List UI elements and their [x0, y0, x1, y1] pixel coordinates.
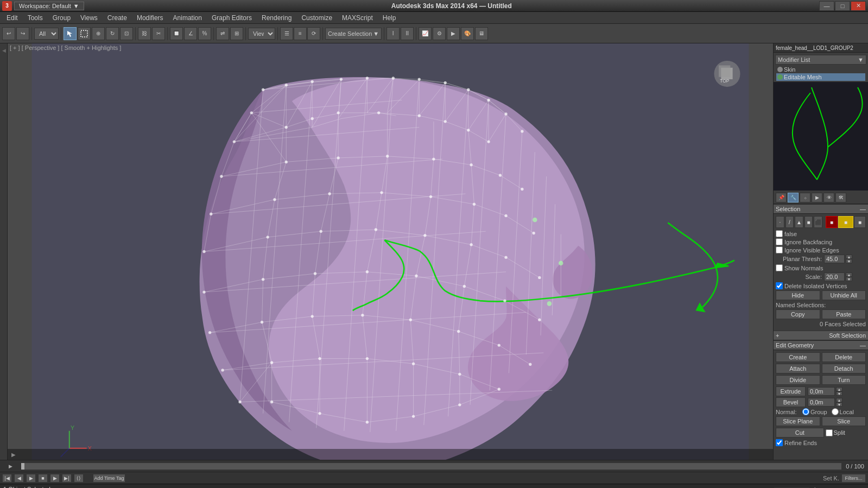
toolbar-quick-render[interactable]: 🖥	[475, 27, 488, 40]
refine-ends-check[interactable]: Refine Ends	[776, 439, 866, 446]
toolbar-scale[interactable]: ⊡	[120, 27, 133, 40]
sel-edge-btn[interactable]: /	[785, 216, 794, 228]
scale-down[interactable]: ▼	[846, 277, 852, 281]
normal-group-radio[interactable]	[802, 408, 809, 415]
rp-section-selection-header[interactable]: Selection —	[774, 204, 868, 214]
stop-btn[interactable]: ■	[38, 474, 48, 483]
toolbar-mirror[interactable]: ⇌	[216, 27, 229, 40]
play-btn[interactable]: ▶	[26, 474, 36, 483]
by-vertex-check[interactable]: false	[776, 230, 866, 237]
unhide-all-button[interactable]: Unhide All	[822, 290, 866, 300]
menu-edit[interactable]: Edit	[2, 13, 22, 23]
toolbar-rotate[interactable]: ↻	[106, 27, 119, 40]
ignore-backfacing-checkbox[interactable]	[776, 238, 783, 245]
sel-polygon-btn[interactable]: ■	[804, 216, 813, 228]
scale-up[interactable]: ▲	[846, 272, 852, 277]
normal-group-label[interactable]: Group	[802, 408, 827, 415]
toolbar-angle-snap[interactable]: ∠	[184, 27, 197, 40]
sel-face-btn[interactable]: ▲	[795, 216, 803, 228]
minimize-button[interactable]: —	[819, 1, 834, 11]
scale-input[interactable]	[824, 272, 845, 281]
ignore-visible-edges-checkbox[interactable]	[776, 246, 783, 253]
key-mode-btn[interactable]: ⟨⟩	[74, 474, 84, 483]
extrude-up[interactable]: ▲	[836, 387, 842, 391]
menu-help[interactable]: Help	[378, 13, 401, 23]
bevel-up[interactable]: ▲	[836, 398, 842, 402]
toolbar-unlink[interactable]: ✂	[152, 27, 165, 40]
maximize-button[interactable]: □	[835, 1, 850, 11]
toolbar-percent-snap[interactable]: %	[198, 27, 211, 40]
rp-icon-modify[interactable]: 🔧	[788, 193, 799, 202]
extrude-input[interactable]	[808, 387, 835, 396]
toolbar-rotate-keys[interactable]: ⟳	[307, 27, 320, 40]
menu-modifiers[interactable]: Modifiers	[132, 13, 168, 23]
slice-plane-button[interactable]: Slice Plane	[776, 416, 820, 426]
delete-button[interactable]: Delete	[822, 352, 866, 362]
show-normals-checkbox[interactable]	[776, 264, 783, 271]
toolbar-select-btn[interactable]	[64, 27, 77, 40]
ignore-visible-edges-check[interactable]: Ignore Visible Edges	[776, 246, 866, 253]
cut-button[interactable]: Cut	[776, 428, 824, 438]
rp-icon-motion[interactable]: ▶	[812, 193, 822, 202]
next-frame-btn[interactable]: ▶	[50, 474, 60, 483]
toolbar-named-sel-1[interactable]: I	[387, 27, 400, 40]
copy-button[interactable]: Copy	[776, 309, 820, 319]
bevel-button[interactable]: Bevel	[776, 397, 806, 407]
planar-thresh-down[interactable]: ▼	[846, 259, 852, 263]
prev-frame-btn[interactable]: ◀	[14, 474, 24, 483]
toolbar-align[interactable]: ⊞	[230, 27, 243, 40]
split-checkbox[interactable]	[826, 429, 833, 436]
toolbar-view-select[interactable]: View	[248, 28, 275, 40]
extrude-button[interactable]: Extrude	[776, 386, 806, 396]
toolbar-redo[interactable]: ↪	[16, 27, 29, 40]
sel-extra-2[interactable]: ■	[838, 216, 853, 228]
slice-button[interactable]: Slice	[822, 416, 866, 426]
menu-group[interactable]: Group	[48, 13, 75, 23]
toolbar-move-keys[interactable]: ☰	[280, 27, 293, 40]
toolbar-move[interactable]: ⊕	[92, 27, 105, 40]
rp-mod-editable-mesh[interactable]: Editable Mesh	[776, 73, 865, 81]
rp-icon-display2[interactable]: 👁	[823, 193, 834, 202]
delete-isolated-check[interactable]: Delete Isolated Vertices	[776, 282, 866, 289]
hide-button[interactable]: Hide	[776, 290, 820, 300]
planar-thresh-input[interactable]	[824, 255, 845, 263]
planar-thresh-up[interactable]: ▲	[846, 255, 852, 259]
paste-button[interactable]: Paste	[822, 309, 866, 319]
sel-extra-3[interactable]: ■	[854, 216, 866, 228]
divide-button[interactable]: Divide	[776, 375, 820, 385]
attach-button[interactable]: Attach	[776, 364, 820, 373]
rp-section-edit-geometry-header[interactable]: Edit Geometry —	[774, 340, 868, 350]
viewport-label[interactable]: [ + ] [ Perspective ] [ Smooth + Highlig…	[10, 45, 121, 51]
toolbar-snap[interactable]: 🔲	[170, 27, 183, 40]
go-to-end-btn[interactable]: ▶|	[62, 474, 72, 483]
rp-icon-utilities[interactable]: 🛠	[835, 193, 846, 202]
close-button[interactable]: ✕	[851, 1, 866, 11]
rp-icon-display[interactable]: 📌	[776, 193, 787, 202]
turn-button[interactable]: Turn	[822, 375, 866, 385]
time-tag-btn[interactable]: Add Time Tag	[93, 474, 125, 483]
detach-button[interactable]: Detach	[822, 364, 866, 373]
sel-extra-1[interactable]: ■	[826, 216, 838, 228]
toolbar-material-editor[interactable]: 🎨	[461, 27, 474, 40]
show-normals-check[interactable]: Show Normals	[776, 264, 866, 271]
menu-tools[interactable]: Tools	[23, 13, 47, 23]
rp-section-soft-selection-header[interactable]: + Soft Selection	[774, 331, 868, 340]
rp-modifier-list-dropdown[interactable]: Modifier List ▼	[775, 55, 866, 65]
toolbar-select-filter[interactable]: All	[34, 28, 59, 40]
by-vertex-checkbox[interactable]	[776, 230, 783, 237]
normal-local-label[interactable]: Local	[832, 408, 854, 415]
toolbar-undo[interactable]: ↩	[2, 27, 15, 40]
menu-animation[interactable]: Animation	[169, 13, 206, 23]
viewport-play-btn[interactable]: ▶	[10, 452, 17, 458]
sel-vertex-btn[interactable]: ·	[776, 216, 784, 228]
viewport[interactable]: [ + ] [ Perspective ] [ Smooth + Highlig…	[8, 43, 773, 460]
rp-icon-hierarchy[interactable]: ⬦	[800, 193, 810, 202]
menu-customize[interactable]: Customize	[297, 13, 337, 23]
refine-ends-checkbox[interactable]	[776, 439, 783, 446]
workspace-badge[interactable]: Workspace: Default ▼	[14, 2, 84, 10]
bevel-input[interactable]	[808, 398, 835, 407]
sel-element-btn[interactable]: ⬛	[814, 216, 822, 228]
menu-views[interactable]: Views	[76, 13, 102, 23]
toolbar-region-select[interactable]	[78, 27, 91, 40]
menu-rendering[interactable]: Rendering	[257, 13, 296, 23]
